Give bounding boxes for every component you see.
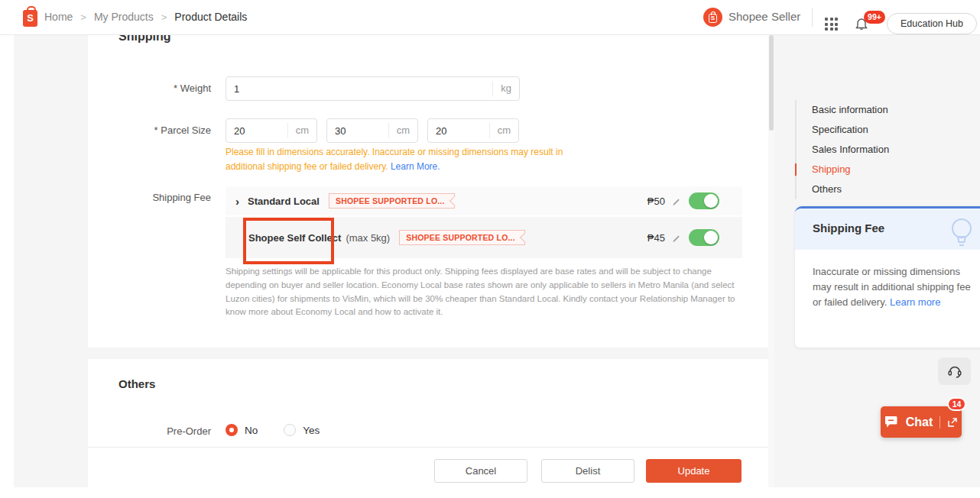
parcel-width-unit: cm [287, 123, 316, 138]
update-button[interactable]: Update [646, 459, 741, 483]
shopee-seller-logo-icon: S [703, 8, 722, 27]
nav-item-shipping[interactable]: Shipping [812, 160, 889, 179]
parcel-length-unit: cm [388, 123, 417, 138]
breadcrumb-my-products[interactable]: My Products [94, 11, 154, 23]
breadcrumb-home[interactable]: Home [44, 11, 73, 23]
tip-card-title: Shipping Fee [813, 222, 884, 234]
shipping-section-card: Shipping * Weight kg * Parcel Size cm cm… [88, 35, 768, 348]
radio-selected-icon[interactable] [226, 424, 238, 436]
weight-unit: kg [492, 81, 519, 96]
parcel-height-input[interactable] [428, 125, 489, 137]
dimensions-warning-text: Please fill in dimensions accurately. In… [226, 145, 579, 173]
delist-button[interactable]: Delist [541, 459, 634, 483]
channel-name: Shopee Self Collect [248, 232, 341, 244]
shipping-disclaimer-text: Shipping settings will be applicable for… [226, 265, 744, 319]
top-header: S Home > My Products > Product Details S… [0, 0, 980, 35]
parcel-size-label: * Parcel Size [88, 124, 211, 136]
footer-action-bar: Cancel Delist Update [88, 447, 768, 487]
header-divider [812, 8, 813, 27]
nav-item-basic-information[interactable]: Basic information [812, 100, 889, 120]
shipping-fee-box: › Standard Local SHOPEE SUPPORTED LO... … [226, 186, 742, 258]
parcel-height-unit: cm [489, 123, 518, 138]
channel-toggle-on[interactable] [689, 192, 719, 209]
shipping-fee-label: Shipping Fee [88, 192, 211, 203]
parcel-width-group: cm [226, 118, 317, 143]
others-section-title: Others [118, 377, 155, 390]
weight-input[interactable] [226, 83, 492, 95]
others-section-card: Others Pre-Order No Yes [88, 359, 768, 447]
pre-order-yes-option[interactable]: Yes [284, 424, 320, 436]
page: S Home > My Products > Product Details S… [0, 0, 980, 498]
shipping-section-title: Shipping [118, 35, 170, 44]
breadcrumb-product-details: Product Details [174, 11, 247, 23]
app-grid-icon[interactable] [825, 18, 838, 31]
tip-card-body: Inaccurate or missing dimensions may res… [795, 250, 980, 310]
cancel-button[interactable]: Cancel [434, 459, 527, 483]
weight-label: * Weight [88, 82, 211, 94]
pre-order-no-option[interactable]: No [226, 424, 258, 436]
section-anchor-nav: Basic information Specification Sales In… [795, 100, 889, 199]
vertical-scrollbar[interactable] [768, 35, 774, 487]
edit-price-icon[interactable] [671, 233, 681, 243]
tip-card-header: Shipping Fee [795, 209, 980, 250]
breadcrumb: Home > My Products > Product Details [44, 11, 247, 23]
chat-label: Chat [906, 416, 933, 429]
breadcrumb-separator: > [80, 11, 86, 23]
education-hub-button[interactable]: Education Hub [887, 13, 977, 34]
channel-note: (max 5kg) [346, 232, 390, 244]
shopee-bag-glyph: S [709, 14, 717, 23]
parcel-width-input[interactable] [226, 125, 287, 137]
parcel-length-input[interactable] [327, 125, 388, 137]
parcel-length-group: cm [326, 118, 418, 143]
channel-price: ₱45 [647, 232, 665, 244]
nav-item-others[interactable]: Others [812, 179, 889, 199]
expand-chat-icon[interactable] [947, 417, 958, 428]
radio-unselected-icon[interactable] [284, 424, 296, 436]
edit-price-icon[interactable] [671, 196, 681, 206]
channel-name: Standard Local [248, 196, 320, 207]
nav-item-sales-information[interactable]: Sales Information [812, 140, 889, 160]
parcel-height-group: cm [427, 118, 519, 143]
radio-label: Yes [303, 425, 320, 436]
pre-order-radio-group: No Yes [226, 424, 320, 436]
chat-button[interactable]: Chat [881, 406, 962, 438]
chat-unread-badge: 14 [947, 397, 966, 411]
warning-learn-more-link[interactable]: Learn More. [391, 161, 440, 172]
tip-learn-more-link[interactable]: Learn more [890, 296, 940, 308]
brand-name: Shopee Seller [729, 10, 800, 23]
pre-order-label: Pre-Order [88, 425, 211, 437]
channel-price: ₱50 [647, 196, 665, 207]
shopee-supported-tag: SHOPEE SUPPORTED LO... [399, 230, 525, 245]
shipping-channel-row-self-collect: Shopee Self Collect (max 5kg) SHOPEE SUP… [226, 215, 742, 258]
shopee-logo-icon[interactable]: S [23, 10, 37, 27]
radio-label: No [245, 425, 258, 436]
weight-input-group: kg [226, 76, 520, 101]
notification-count-badge: 99+ [864, 11, 885, 24]
breadcrumb-separator: > [161, 11, 167, 23]
shipping-fee-tip-card: Shipping Fee Inaccurate or missing dimen… [795, 206, 980, 348]
nav-item-specification[interactable]: Specification [812, 120, 889, 140]
channel-toggle-on[interactable] [689, 229, 719, 246]
chat-bubble-icon [884, 416, 899, 428]
shipping-channel-row-standard-local: › Standard Local SHOPEE SUPPORTED LO... … [226, 186, 742, 215]
scrollbar-thumb[interactable] [769, 35, 774, 131]
support-headset-button[interactable] [938, 357, 971, 385]
lightbulb-icon [946, 216, 977, 256]
chat-divider [939, 416, 940, 428]
shopee-supported-tag: SHOPEE SUPPORTED LO... [329, 193, 455, 209]
expand-chevron-icon[interactable]: › [235, 196, 239, 207]
